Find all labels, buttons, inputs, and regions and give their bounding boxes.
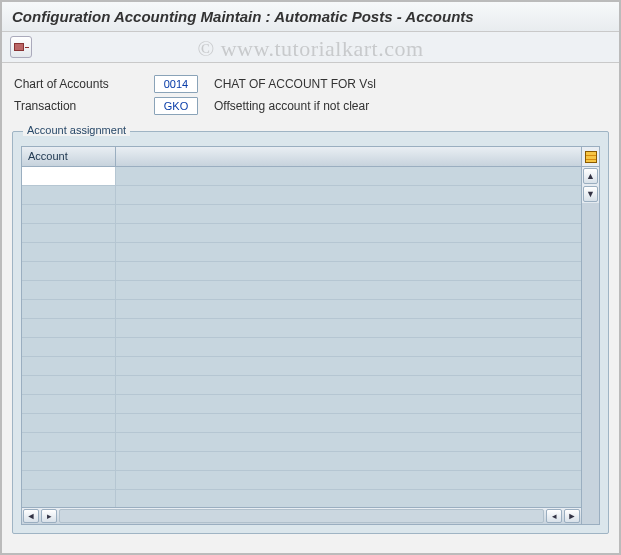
- account-cell[interactable]: [22, 338, 116, 356]
- account-cell[interactable]: [22, 167, 116, 185]
- configure-columns-icon: [585, 151, 597, 163]
- configure-columns-button[interactable]: [582, 147, 599, 167]
- grid-side-column: ▲ ▼: [581, 147, 599, 524]
- account-cell[interactable]: [22, 357, 116, 375]
- horizontal-scrollbar[interactable]: ◄ ▸ ◂ ►: [22, 507, 581, 524]
- account-cell[interactable]: [22, 224, 116, 242]
- account-cell[interactable]: [22, 376, 116, 394]
- scroll-right-icon[interactable]: ◂: [546, 509, 562, 523]
- toolbar: [2, 32, 619, 63]
- account-cell[interactable]: [22, 452, 116, 470]
- account-cell[interactable]: [22, 319, 116, 337]
- scroll-left-icon[interactable]: ▸: [41, 509, 57, 523]
- scroll-down-icon[interactable]: ▼: [583, 186, 598, 202]
- account-assignment-panel: Account assignment Account: [12, 131, 609, 534]
- grid-header: Account: [22, 147, 581, 167]
- account-cell[interactable]: [22, 281, 116, 299]
- account-cell[interactable]: [22, 300, 116, 318]
- account-cell[interactable]: [22, 490, 116, 507]
- scroll-track[interactable]: [59, 509, 544, 523]
- account-grid: Account: [21, 146, 600, 525]
- transaction-label: Transaction: [14, 99, 154, 113]
- scroll-up-icon[interactable]: ▲: [583, 168, 598, 184]
- panel-title: Account assignment: [23, 124, 130, 136]
- account-cell[interactable]: [22, 471, 116, 489]
- window-title: Configuration Accounting Maintain : Auto…: [2, 2, 619, 32]
- account-cell[interactable]: [22, 186, 116, 204]
- account-cell[interactable]: [22, 395, 116, 413]
- posting-period-button[interactable]: [10, 36, 32, 58]
- scroll-right-end-icon[interactable]: ►: [564, 509, 580, 523]
- account-cell[interactable]: [22, 414, 116, 432]
- chart-of-accounts-field[interactable]: 0014: [154, 75, 198, 93]
- chart-of-accounts-label: Chart of Accounts: [14, 77, 154, 91]
- account-cell[interactable]: [22, 433, 116, 451]
- column-header-account[interactable]: Account: [22, 147, 116, 166]
- form-area: Chart of Accounts 0014 CHAT OF ACCOUNT F…: [2, 63, 619, 125]
- account-cell[interactable]: [22, 262, 116, 280]
- scroll-left-start-icon[interactable]: ◄: [23, 509, 39, 523]
- chart-of-accounts-description: CHAT OF ACCOUNT FOR Vsl: [214, 77, 376, 91]
- account-cell[interactable]: [22, 243, 116, 261]
- posting-period-icon: [14, 43, 24, 51]
- vertical-scroll-track[interactable]: [582, 203, 599, 524]
- grid-body: [22, 167, 581, 507]
- transaction-field[interactable]: GKO: [154, 97, 198, 115]
- transaction-description: Offsetting account if not clear: [214, 99, 369, 113]
- account-cell[interactable]: [22, 205, 116, 223]
